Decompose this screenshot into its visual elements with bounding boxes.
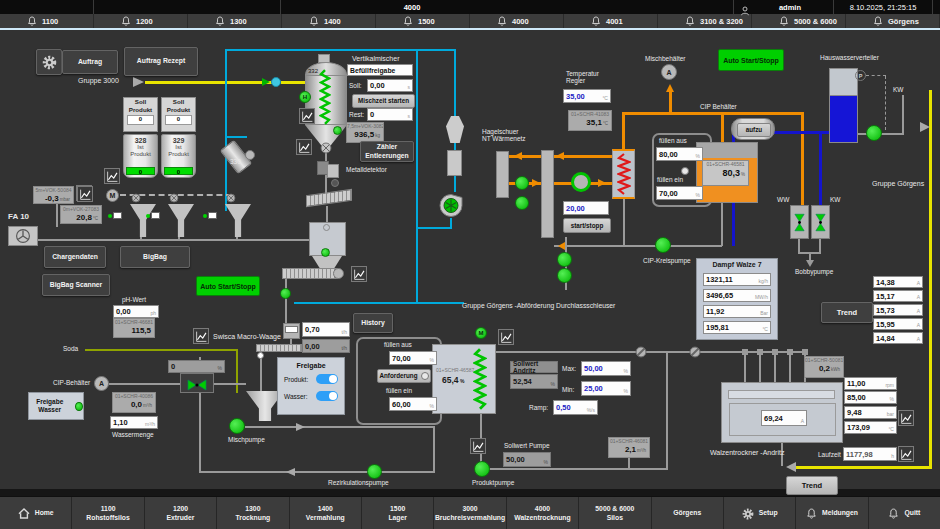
waage-setpoint-input[interactable]: 0,70t/h: [302, 322, 350, 337]
trend-icon-button[interactable]: [299, 108, 315, 124]
gruppe-goergens-label: Gruppe Görgens: [872, 180, 924, 188]
soll-label: Soll:: [349, 82, 362, 89]
soll-produkt-value[interactable]: 0: [127, 115, 155, 125]
metalldetektor-label: Metalldetektor: [346, 166, 387, 173]
discharge-hopper: [168, 204, 194, 237]
rezirkulationspumpe-status[interactable]: [367, 464, 382, 479]
zaehler-entleerungen-button[interactable]: Zähler Entleerungen: [360, 141, 414, 162]
tab-3100-3200[interactable]: 3100 & 3200: [658, 14, 752, 28]
nav-goergens[interactable]: Görgens: [652, 497, 724, 529]
auftrag-button[interactable]: Auftrag: [62, 50, 118, 74]
ww-valve[interactable]: [790, 205, 809, 239]
heating-valve-status[interactable]: [515, 176, 529, 190]
bell-icon: [591, 16, 601, 27]
fan-unit[interactable]: [8, 226, 38, 246]
temperatur-setpoint-input[interactable]: 35,00°C: [563, 89, 611, 103]
vertikalmischer-label: Vertikalmischer: [352, 55, 399, 63]
trend-icon-button[interactable]: [898, 410, 914, 426]
mischzeit-starten-button[interactable]: Mischzeit starten: [352, 94, 415, 108]
auftrag-rezept-button[interactable]: Auftrag Rezept: [124, 47, 198, 76]
nav-1100-rohstoffsilos[interactable]: 1100Rohstoffsilos: [72, 497, 144, 529]
bigbag-scanner-button[interactable]: BigBag Scanner: [42, 274, 110, 296]
nav-setup[interactable]: Setup: [724, 497, 796, 529]
nav-1500-lager[interactable]: 1500Lager: [362, 497, 434, 529]
hauswasserverteiler-label: Hauswasserverteiler: [820, 54, 879, 61]
nav-meldungen[interactable]: Meldungen: [796, 497, 868, 529]
tab-1500[interactable]: 1500: [376, 14, 470, 28]
order-settings-button[interactable]: [36, 49, 62, 75]
ww-label: WW: [777, 196, 789, 203]
soll-produkt-panel: SollProdukt 0: [123, 97, 158, 132]
trend-icon-button[interactable]: [193, 328, 209, 344]
nav-1400-vermahlung[interactable]: 1400Vermahlung: [290, 497, 362, 529]
trend-icon-button[interactable]: [898, 446, 914, 462]
user-name[interactable]: admin: [755, 3, 825, 12]
trend-button[interactable]: Trend: [786, 476, 838, 495]
trend-icon-button[interactable]: [77, 186, 93, 202]
shutoff-valve-icon[interactable]: [634, 345, 648, 359]
nav-quitt[interactable]: Quitt: [869, 497, 940, 529]
pipe: [819, 134, 822, 207]
anforderung-button[interactable]: Anforderung: [377, 369, 431, 383]
tab-4001[interactable]: 4001: [564, 14, 658, 28]
wassermenge-input[interactable]: 1,10m³/h: [110, 416, 158, 429]
kw-valve[interactable]: [811, 205, 830, 239]
flow-arrow-right: [262, 78, 270, 86]
nav-3000-bruchreisvermahlung[interactable]: 3000Bruchreisvermahlung: [434, 497, 506, 529]
auto-startstopp-button[interactable]: Auto Start/Stopp: [196, 276, 260, 296]
nav-4000-walzentrocknung[interactable]: 4000Walzentrocknung: [507, 497, 579, 529]
kw-valve-status[interactable]: [866, 125, 882, 141]
ph-setpoint-input[interactable]: 0,00ph: [113, 305, 159, 318]
trend-icon-button[interactable]: [351, 266, 367, 282]
nav-5000-6000-silos[interactable]: 5000 & 6000Silos: [579, 497, 651, 529]
tab-1400[interactable]: 1400: [282, 14, 376, 28]
tab-goergens[interactable]: Görgens: [846, 14, 940, 28]
pump-setpoint-input[interactable]: 20,00: [563, 201, 609, 215]
nav-home[interactable]: Home: [0, 497, 72, 529]
auto-startstopp-button[interactable]: Auto Start/Stopp: [718, 49, 784, 71]
soda-label: Soda: [63, 345, 78, 352]
trend-icon-button[interactable]: [470, 438, 486, 454]
soll-produkt-value[interactable]: 0: [165, 115, 193, 125]
startstopp-button[interactable]: start/stopp: [563, 218, 611, 233]
bigbag-button[interactable]: BigBag: [120, 246, 190, 268]
wasser-toggle[interactable]: [316, 391, 338, 401]
nav-1200-extruder[interactable]: 1200Extruder: [145, 497, 217, 529]
cip-fuellen-aus-input[interactable]: 80,00%: [656, 147, 703, 161]
cip-kreispumpe-status[interactable]: [655, 237, 671, 253]
fuellen-aus-label: füllen aus: [659, 137, 687, 144]
feed-sensor: 01+SCHR-50081 0,2kWh: [804, 356, 844, 378]
tab-1200[interactable]: 1200: [94, 14, 188, 28]
cip-fuellen-ein-input[interactable]: 70,00%: [656, 186, 703, 200]
motor-current-value: 14,84A: [873, 332, 923, 344]
tank-fuellen-aus-input[interactable]: 70,00%: [389, 351, 437, 365]
tank-fuellen-ein-input[interactable]: 60,00%: [389, 397, 437, 411]
tab-1300[interactable]: 1300: [188, 14, 282, 28]
heating-valve-status[interactable]: [515, 196, 529, 210]
trend-icon-button[interactable]: [104, 168, 120, 184]
mischzeit-soll-input[interactable]: 0,00s: [367, 79, 413, 92]
trend-icon-button[interactable]: [296, 139, 312, 155]
water-control-valve[interactable]: [180, 373, 214, 393]
temperatur-regler-label: TemperaturRegler: [566, 70, 599, 85]
tab-1100[interactable]: 1100: [0, 14, 94, 28]
pipe: [236, 349, 238, 393]
nav-1300-trocknung[interactable]: 1300Trocknung: [217, 497, 289, 529]
tab-4000[interactable]: 4000: [470, 14, 564, 28]
trend-icon-button[interactable]: [498, 329, 514, 345]
trend-button[interactable]: Trend: [821, 302, 873, 323]
max-input[interactable]: 50,00%: [581, 361, 631, 376]
min-input[interactable]: 25,00%: [581, 381, 631, 396]
befuellfreigabe-field[interactable]: Befüllfreigabe: [347, 64, 413, 76]
chargendaten-button[interactable]: Chargendaten: [44, 246, 106, 268]
mischpumpe-status[interactable]: [229, 418, 245, 434]
flow-arrow-left: [514, 152, 522, 160]
produkt-toggle[interactable]: [316, 374, 338, 384]
aufzu-button[interactable]: aufzu: [737, 123, 771, 137]
produktpumpe-status[interactable]: [474, 461, 490, 477]
tab-5000-6000[interactable]: 5000 & 6000: [752, 14, 846, 28]
circulation-pump[interactable]: [571, 172, 591, 192]
history-button[interactable]: History: [353, 313, 393, 333]
ramp-input[interactable]: 0,50%/s: [553, 400, 598, 415]
shutoff-valve-icon[interactable]: [688, 345, 702, 359]
